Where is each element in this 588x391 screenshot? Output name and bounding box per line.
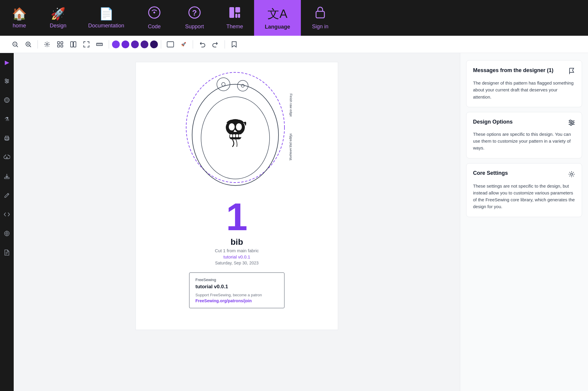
sidebar-layers-icon[interactable] bbox=[1, 95, 12, 105]
bookmark-button[interactable] bbox=[228, 38, 240, 51]
svg-point-32 bbox=[5, 79, 7, 80]
svg-text:sбдра ред ынацнод: sбдра ред ынацнод bbox=[289, 133, 293, 160]
nav-item-design[interactable]: 🚀 Design bbox=[39, 0, 77, 36]
svg-point-74 bbox=[571, 173, 573, 175]
sidebar-expand: ▶ ⚗ bbox=[0, 53, 14, 391]
pattern-number: 1 bbox=[226, 197, 248, 236]
svg-point-39 bbox=[8, 138, 9, 138]
svg-rect-18 bbox=[61, 42, 63, 44]
svg-rect-17 bbox=[57, 42, 60, 44]
svg-rect-23 bbox=[97, 43, 102, 46]
svg-point-73 bbox=[570, 124, 572, 125]
documentation-label: Documentation bbox=[88, 23, 124, 29]
messages-card[interactable]: Messages from the designer (1) The desig… bbox=[466, 60, 582, 107]
right-panel: Messages from the designer (1) The desig… bbox=[460, 53, 588, 391]
redo-button[interactable] bbox=[209, 38, 222, 51]
expand-arrow-button[interactable]: ▶ bbox=[2, 58, 12, 67]
svg-point-33 bbox=[7, 80, 9, 82]
sidebar-flask-icon[interactable]: ⚗ bbox=[1, 114, 12, 124]
svg-rect-20 bbox=[61, 45, 63, 47]
svg-text:Finish raw edge: Finish raw edge bbox=[289, 94, 293, 117]
top-nav: 🏠 home 🚀 Design 📄 Documentation Code ? S… bbox=[0, 0, 588, 36]
rectangle-button[interactable] bbox=[164, 38, 177, 51]
main-layout: ▶ ⚗ bbox=[0, 53, 588, 391]
grid-button[interactable] bbox=[54, 38, 66, 51]
svg-rect-8 bbox=[316, 11, 324, 18]
design-options-text: These options are specific to this desig… bbox=[473, 131, 575, 152]
svg-point-35 bbox=[4, 98, 9, 102]
svg-point-61 bbox=[236, 123, 242, 130]
sliders-icon bbox=[568, 119, 575, 128]
nav-item-theme[interactable]: Theme bbox=[215, 0, 254, 36]
pattern-date: Saturday, Sep 30, 2023 bbox=[215, 261, 259, 265]
svg-point-71 bbox=[570, 120, 571, 122]
nav-item-code[interactable]: Code bbox=[135, 0, 174, 36]
svg-rect-22 bbox=[74, 42, 76, 47]
color-1-button[interactable] bbox=[112, 40, 120, 48]
color-5-button[interactable] bbox=[150, 40, 158, 48]
code-label: Code bbox=[148, 24, 161, 30]
svg-point-34 bbox=[6, 82, 7, 83]
color-3-button[interactable] bbox=[131, 40, 139, 48]
color-4-button[interactable] bbox=[141, 40, 148, 48]
svg-rect-64 bbox=[236, 134, 238, 137]
svg-rect-19 bbox=[57, 45, 60, 47]
canvas-area: Finish raw edge sбдра ред ынацнод 1 bib … bbox=[14, 53, 460, 391]
pattern-info-title: tutorial v0.0.1 bbox=[195, 284, 278, 290]
nav-item-home[interactable]: 🏠 home bbox=[0, 0, 39, 36]
documentation-icon: 📄 bbox=[99, 7, 114, 21]
signin-label: Sign in bbox=[312, 24, 329, 30]
split-button[interactable] bbox=[67, 38, 80, 51]
design-options-card[interactable]: Design Options These options are specifi… bbox=[466, 112, 582, 158]
toolbar-divider-4 bbox=[193, 40, 193, 49]
sidebar-file-icon[interactable] bbox=[1, 247, 12, 258]
svg-rect-5 bbox=[235, 7, 240, 13]
design-label: Design bbox=[50, 23, 66, 29]
core-settings-title: Core Settings bbox=[473, 170, 568, 176]
sidebar-print-icon[interactable] bbox=[1, 133, 12, 144]
nav-item-documentation[interactable]: 📄 Documentation bbox=[77, 0, 135, 36]
nav-item-signin[interactable]: Sign in bbox=[301, 0, 340, 36]
zoom-out-button[interactable] bbox=[9, 38, 21, 51]
sidebar-code-icon[interactable] bbox=[1, 209, 12, 220]
fullscreen-button[interactable] bbox=[80, 38, 93, 51]
pattern-info-link[interactable]: FreeSewing.org/patrons/join bbox=[195, 298, 278, 303]
design-options-title: Design Options bbox=[473, 119, 568, 125]
sidebar-target-icon[interactable] bbox=[1, 228, 12, 239]
theme-label: Theme bbox=[226, 24, 243, 30]
svg-point-36 bbox=[6, 99, 8, 101]
settings-button[interactable] bbox=[41, 38, 53, 51]
sidebar-download-icon[interactable] bbox=[1, 171, 12, 182]
flag-icon bbox=[569, 68, 575, 77]
zoom-in-button[interactable] bbox=[22, 38, 35, 51]
theme-icon bbox=[228, 6, 241, 22]
nav-item-support[interactable]: ? Support bbox=[174, 0, 215, 36]
pattern-info-brand: FreeSewing bbox=[195, 278, 278, 282]
pattern-name: bib bbox=[231, 237, 243, 247]
svg-point-1 bbox=[153, 12, 155, 13]
nav-item-language[interactable]: 文A Language bbox=[254, 0, 301, 36]
pattern-info-box: FreeSewing tutorial v0.0.1 Support FreeS… bbox=[189, 272, 284, 308]
color-2-button[interactable] bbox=[122, 40, 129, 48]
svg-point-45 bbox=[7, 233, 7, 234]
pattern-info-support: Support FreeSewing, become a patron bbox=[195, 293, 278, 297]
sidebar-edit-icon[interactable] bbox=[1, 190, 12, 201]
toolbar-divider-1 bbox=[38, 40, 38, 49]
sidebar-cloud-icon[interactable] bbox=[1, 152, 12, 163]
svg-rect-63 bbox=[233, 134, 235, 137]
svg-line-13 bbox=[30, 46, 31, 47]
svg-rect-21 bbox=[71, 42, 73, 47]
sidebar-sliders-icon[interactable] bbox=[1, 76, 12, 86]
svg-point-72 bbox=[572, 122, 574, 124]
svg-line-10 bbox=[17, 46, 18, 47]
core-settings-card[interactable]: Core Settings These settings are not spe… bbox=[466, 163, 582, 217]
support-icon: ? bbox=[188, 6, 201, 22]
messages-card-text: The designer of this pattern has flagged… bbox=[473, 80, 575, 100]
gear-icon bbox=[568, 171, 575, 180]
svg-rect-65 bbox=[239, 134, 241, 137]
ruler-button[interactable] bbox=[93, 38, 106, 51]
pattern-version: tutorial v0.0.1 bbox=[223, 254, 250, 259]
rocket-button[interactable]: 🚀 bbox=[177, 38, 190, 51]
pattern-piece-svg: Finish raw edge sбдра ред ынацнод bbox=[171, 69, 302, 194]
undo-button[interactable] bbox=[196, 38, 209, 51]
